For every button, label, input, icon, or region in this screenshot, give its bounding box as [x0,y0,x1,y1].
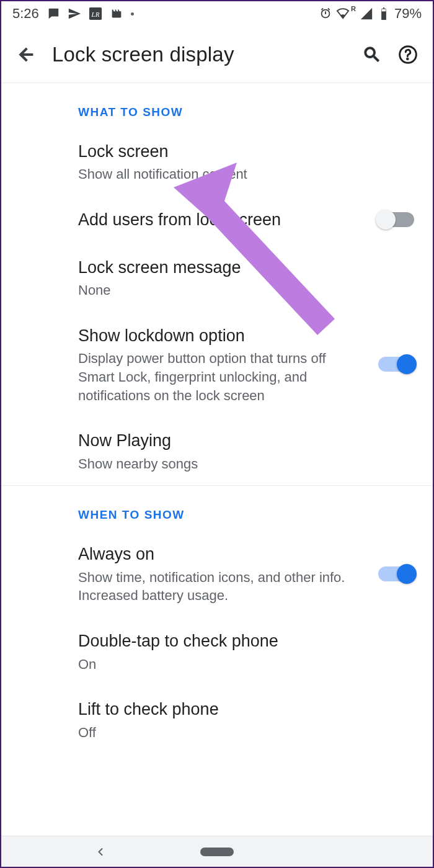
setting-add-users[interactable]: Add users from lock screen [1,196,433,243]
svg-text:LR: LR [91,11,99,18]
setting-subtitle: Show time, notification icons, and other… [78,568,366,605]
app-bar: Lock screen display [1,26,433,83]
section-header-what: WHAT TO SHOW [1,83,433,128]
wifi-icon [336,7,350,20]
section-what-to-show: WHAT TO SHOW Lock screen Show all notifi… [1,83,433,485]
page-title: Lock screen display [52,43,346,66]
nav-home-pill[interactable] [200,848,234,856]
setting-subtitle: Show nearby songs [78,455,402,473]
svg-rect-2 [381,11,386,20]
setting-double-tap[interactable]: Double-tap to check phone On [1,617,433,686]
setting-subtitle: On [78,655,402,674]
search-icon[interactable] [362,45,382,65]
setting-always-on[interactable]: Always on Show time, notification icons,… [1,530,433,617]
battery-icon [377,7,391,20]
setting-subtitle: None [78,281,402,300]
setting-subtitle: Off [78,723,402,742]
nav-back-icon[interactable] [94,846,107,858]
movie-icon [110,7,123,20]
setting-title: Add users from lock screen [78,208,366,231]
setting-title: Double-tap to check phone [78,630,402,652]
status-time: 5:26 [12,6,39,22]
message-icon [46,7,60,20]
svg-point-5 [407,58,409,60]
navigation-bar [1,836,433,867]
help-icon[interactable] [398,45,418,65]
toggle-lockdown[interactable] [378,357,414,372]
alarm-icon [319,7,332,20]
lr-app-icon: LR [89,7,102,20]
toggle-add-users[interactable] [378,212,414,227]
setting-subtitle: Display power button option that turns o… [78,349,366,405]
setting-title: Lift to check phone [78,698,402,720]
section-when-to-show: WHEN TO SHOW Always on Show time, notifi… [1,486,433,754]
roaming-icon: R [351,5,356,12]
setting-lift[interactable]: Lift to check phone Off [1,686,433,754]
back-icon[interactable] [16,45,36,65]
setting-lock-screen[interactable]: Lock screen Show all notification conten… [1,128,433,196]
setting-lock-screen-message[interactable]: Lock screen message None [1,244,433,312]
signal-icon [360,7,373,20]
status-bar: 5:26 LR R 79% [1,1,433,26]
setting-subtitle: Show all notification content [78,165,402,184]
setting-title: Show lockdown option [78,324,366,347]
setting-show-lockdown[interactable]: Show lockdown option Display power butto… [1,312,433,418]
setting-title: Lock screen [78,140,402,163]
setting-title: Lock screen message [78,256,402,279]
setting-title: Always on [78,543,366,565]
svg-rect-3 [382,9,386,12]
send-icon [68,7,81,20]
battery-percent: 79% [394,6,422,22]
toggle-always-on[interactable] [378,566,414,581]
status-overflow-icon [131,12,134,16]
setting-now-playing[interactable]: Now Playing Show nearby songs [1,417,433,485]
setting-title: Now Playing [78,429,402,452]
section-header-when: WHEN TO SHOW [1,486,433,530]
